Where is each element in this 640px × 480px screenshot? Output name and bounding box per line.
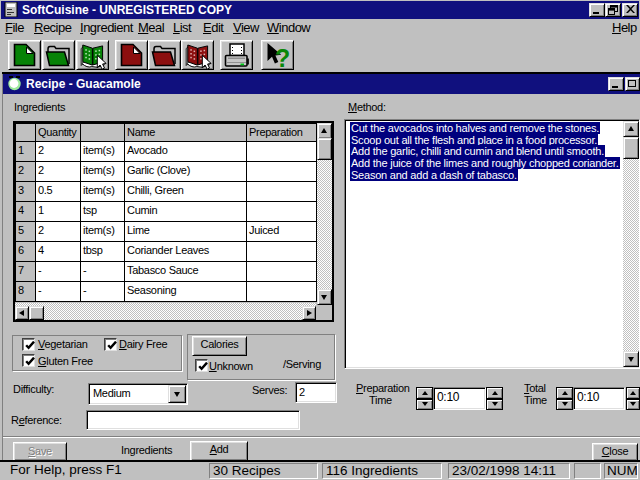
svg-text:?: ?: [275, 44, 290, 70]
